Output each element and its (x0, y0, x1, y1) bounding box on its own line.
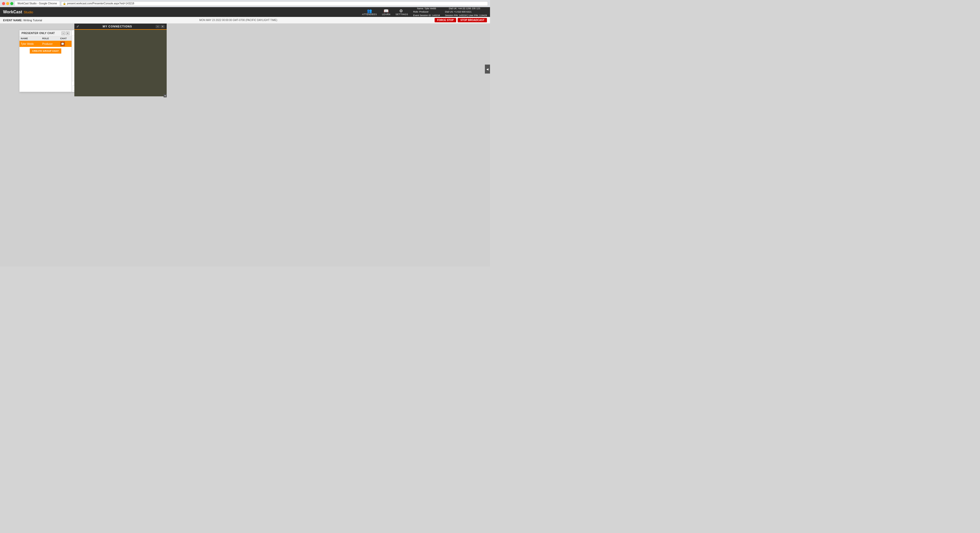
user-role-cell: Producer (41, 41, 59, 47)
back-arrow-button[interactable]: ◄ (485, 65, 490, 73)
expand-icon[interactable]: ⤢ (76, 25, 79, 28)
col-role: ROLE (41, 36, 59, 41)
top-nav: WorkCast Studio 👥 ATTENDEES 📖 LEARN ⚙ SE… (0, 7, 490, 17)
browser-controls (2, 2, 13, 5)
chat-panel-header: PRESENTER ONLY CHAT − × (19, 30, 72, 36)
attendees-icon: 👥 (367, 8, 372, 13)
nav-learn[interactable]: 📖 LEARN (382, 8, 390, 16)
user-name-cell: Tyler Webb (19, 41, 41, 47)
scroll-arrow-icon: ▼ (164, 95, 166, 97)
browser-close-btn[interactable] (2, 2, 5, 5)
video-scroll-btn[interactable]: ▼ (164, 94, 167, 97)
event-name: EVENT NAME: Writing Tutorial (3, 19, 42, 22)
connections-panel: ⤢ MY CONNECTIONS − × (74, 24, 167, 97)
users-table: NAME ROLE CHAT Tyler Webb Producer 💬 (19, 36, 72, 47)
settings-label: SETTINGS (395, 13, 408, 16)
nav-attendees[interactable]: 👥 ATTENDEES (362, 8, 377, 16)
logo-studio: Studio (24, 10, 33, 14)
main-area: PRESENTER ONLY CHAT − × NAME ROLE CHAT (0, 24, 490, 266)
event-time: MON MAY 23 2022 00:00:00 GMT-0700 (PACIF… (199, 19, 277, 22)
logo: WorkCast Studio (3, 10, 33, 14)
back-arrow-icon: ◄ (486, 67, 489, 71)
logo-workcast: WorkCast (3, 10, 22, 14)
force-stop-button[interactable]: FORCE STOP (434, 18, 457, 22)
user-chat-btn[interactable]: 💬 (60, 41, 65, 46)
chat-panel-title: PRESENTER ONLY CHAT (22, 32, 55, 35)
connections-controls: − × (156, 25, 165, 28)
chat-panel-controls: − × (62, 32, 70, 35)
browser-tab[interactable]: WorkCast Studio - Google Chrome (15, 1, 59, 6)
col-name: NAME (19, 36, 41, 41)
user-chat-cell[interactable]: 💬 (59, 41, 72, 47)
col-chat: CHAT (59, 36, 72, 41)
connections-close-btn[interactable]: × (161, 25, 165, 28)
learn-label: LEARN (382, 13, 390, 16)
connections-header: ⤢ MY CONNECTIONS − × (74, 24, 167, 30)
presenter-only-chat-panel: PRESENTER ONLY CHAT − × NAME ROLE CHAT (19, 30, 72, 92)
chat-close-btn[interactable]: × (66, 32, 70, 35)
browser-max-btn[interactable] (10, 2, 13, 5)
learn-icon: 📖 (383, 8, 389, 13)
browser-min-btn[interactable] (6, 2, 9, 5)
video-main: ★ me ⋮ (74, 30, 167, 96)
connections-title: MY CONNECTIONS (79, 25, 156, 28)
stop-broadcast-button[interactable]: STOP BROADCAST (458, 18, 487, 22)
table-row: Tyler Webb Producer 💬 (19, 41, 72, 47)
connections-minimize-btn[interactable]: − (156, 25, 160, 28)
chat-minimize-btn[interactable]: − (62, 32, 65, 35)
broadcast-btns: FORCE STOP STOP BROADCAST (434, 18, 487, 22)
attendees-label: ATTENDEES (362, 13, 377, 16)
nav-settings[interactable]: ⚙ SETTINGS (395, 8, 408, 16)
create-group-chat-button[interactable]: CREATE GROUP CHAT (30, 48, 62, 54)
settings-icon: ⚙ (399, 8, 404, 13)
